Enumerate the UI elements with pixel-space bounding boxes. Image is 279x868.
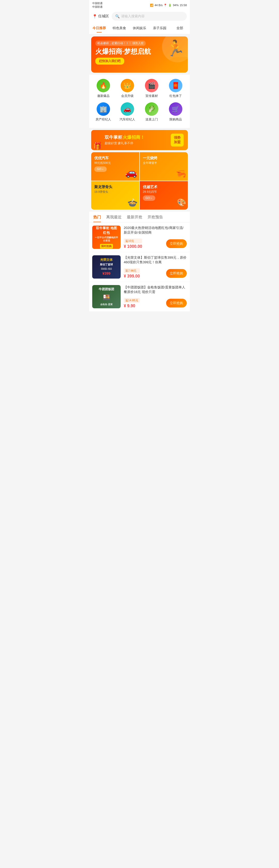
nav-tab-today[interactable]: 今日推荐 bbox=[89, 25, 109, 32]
product-bottom-3: 返14.85元 ¥ 9.90 立即抢购 bbox=[124, 298, 187, 308]
delivery-label: 送菜上门 bbox=[146, 117, 158, 122]
icon-item-delivery[interactable]: 🥬 送菜上门 bbox=[141, 102, 162, 122]
icon-item-car-agent[interactable]: 🚗 汽车经纪人 bbox=[117, 102, 138, 122]
price-area-1: 返10元 ¥ 1000.00 bbox=[124, 239, 142, 249]
member-label: 会员升级 bbox=[121, 94, 133, 98]
section-tab-new[interactable]: 最新开抢 bbox=[127, 215, 142, 222]
section-tab-hot[interactable]: 热门 bbox=[93, 215, 101, 222]
nav-tab-leisure[interactable]: 休闲娱乐 bbox=[129, 25, 150, 32]
promo-title-line: 双牛掌柜 火爆招商！ bbox=[104, 134, 145, 140]
promo-material-label: 宣传素材 bbox=[146, 94, 158, 98]
nav-tab-kids[interactable]: 亲子乐园 bbox=[150, 25, 170, 32]
product-title-3: 【牛团团饭团】金枪鱼饭团/蛋黄饭团单人餐原价16元 现价只需 bbox=[124, 285, 187, 294]
search-icon: 🔍 bbox=[115, 14, 120, 18]
redpacket-icon: 🧧 bbox=[169, 79, 182, 92]
icon-row-2: 🏢 房产经纪人 🚗 汽车经纪人 🥬 送菜上门 🛒 限购商品 bbox=[91, 102, 188, 122]
car-image-icon: 🚗 bbox=[125, 167, 137, 178]
car-agent-label: 汽车经纪人 bbox=[120, 117, 135, 122]
time-display: 15:58 bbox=[180, 4, 187, 7]
product-card-bone[interactable]: 聚龙犟骨头 19.9犟骨头 🍲 bbox=[91, 181, 139, 210]
promo-text: 双牛掌柜 火爆招商！ 超级好货 豪礼享不停 bbox=[104, 134, 145, 146]
search-placeholder: 请输入搜索内容 bbox=[121, 14, 145, 19]
icon-item-new[interactable]: 🔥 邀新爆品 bbox=[93, 79, 114, 98]
list-item: 牛团团饭团 🍱 金枪鱼·蛋黄 【牛团团饭团】金枪鱼饭团/蛋黄饭团单人餐原价16元… bbox=[89, 282, 190, 312]
banner-tag: 机会难得，赶紧行动！！！ 强势入驻 bbox=[95, 40, 146, 46]
promo-badge: 强势 加盟 bbox=[171, 133, 184, 147]
new-product-icon: 🔥 bbox=[97, 79, 110, 92]
member-icon: 👑 bbox=[121, 79, 134, 92]
card-car-title: 优优汽车 bbox=[94, 156, 136, 160]
car-agent-icon: 🚗 bbox=[121, 102, 134, 116]
search-bar[interactable]: 🔍 请输入搜索内容 bbox=[112, 12, 187, 21]
rebate-badge-3: 返14.85元 bbox=[124, 298, 140, 303]
location-icon: 📍 bbox=[92, 14, 97, 19]
battery-level: 94% bbox=[173, 4, 179, 7]
banner-button[interactable]: 赶快加入我们吧 bbox=[95, 58, 124, 65]
promo-title-part2: 火爆招商！ bbox=[123, 134, 145, 140]
promo-banner[interactable]: 🎁 双牛掌柜 火爆招商！ 超级好货 豪礼享不停 强势 加盟 bbox=[91, 130, 188, 150]
card-car-btn[interactable]: GO＞ bbox=[94, 166, 107, 172]
rebate-badge-2: 返7.98元 bbox=[124, 268, 140, 273]
icon-item-realestate[interactable]: 🏢 房产经纪人 bbox=[93, 102, 114, 122]
section-tab-nearby[interactable]: 离我最近 bbox=[106, 215, 122, 222]
promo-subtitle: 超级好货 豪礼享不停 bbox=[104, 141, 145, 146]
icon-item-member[interactable]: 👑 会员升级 bbox=[117, 79, 138, 98]
product-title-1: 2020最火热营销活动地图红包/商家引流/新店开业/全国招商 bbox=[124, 225, 187, 235]
product-list-info-3: 【牛团团饭团】金枪鱼饭团/蛋黄饭团单人餐原价16元 现价只需 返14.85元 ¥… bbox=[124, 285, 187, 308]
section-tab-preview[interactable]: 开抢预告 bbox=[148, 215, 163, 222]
bone-image-icon: 🍲 bbox=[127, 198, 138, 208]
nav-tab-food[interactable]: 特色美食 bbox=[109, 25, 129, 32]
card-bbq-title: 一元烧烤 bbox=[143, 156, 185, 160]
card-bone-title: 聚龙犟骨头 bbox=[94, 185, 136, 189]
location-button[interactable]: 📍 任城区 bbox=[92, 14, 109, 19]
price-area-3: 返14.85元 ¥ 9.90 bbox=[124, 298, 140, 308]
card-art-btn[interactable]: GO＞ bbox=[143, 195, 155, 201]
icon-item-limited[interactable]: 🛒 限购商品 bbox=[165, 102, 186, 122]
price-1: ¥ 1000.00 bbox=[124, 244, 142, 249]
list-item: 光荣文体 斯伯丁篮球 RMB 460 ¥399 【光荣文体】斯伯丁篮球仅售399… bbox=[89, 252, 190, 282]
icon-item-redpacket[interactable]: 🧧 红包来了 bbox=[165, 79, 186, 98]
card-bbq-desc: 全年啤酒半 bbox=[143, 161, 185, 165]
section-tabs: 热门 离我最近 最新开抢 开抢预告 bbox=[89, 212, 190, 222]
product-bottom-1: 返10元 ¥ 1000.00 立即抢购 bbox=[124, 239, 187, 249]
product-list: 双牛掌柜 地图红包 一切平台代理赚钱的平台首选 限时抢购 2020最火热营销活动… bbox=[89, 222, 190, 312]
battery-icon: 🔋 bbox=[168, 4, 172, 7]
promo-deco-left: 🎁 bbox=[93, 142, 102, 150]
icon-row-1: 🔥 邀新爆品 👑 会员升级 🎬 宣传素材 🧧 红包来了 bbox=[91, 79, 188, 98]
carrier-info: 中国联通 中国联通 bbox=[92, 2, 102, 9]
status-right: 📶 44 B/s 📍 🔋 94% 15:58 bbox=[150, 4, 187, 7]
buy-button-2[interactable]: 立即抢购 bbox=[166, 269, 187, 278]
bbq-image-icon: 🦐 bbox=[176, 169, 186, 179]
product-list-img-3: 牛团团饭团 🍱 金枪鱼·蛋黄 bbox=[92, 285, 121, 308]
price-area-2: 返7.98元 ¥ 399.00 bbox=[124, 268, 140, 279]
product-card-bbq[interactable]: 一元烧烤 全年啤酒半 🦐 bbox=[140, 152, 188, 181]
product-card-car[interactable]: 优优汽车 99元抵500元 GO＞ 🚗 bbox=[91, 152, 139, 181]
rebate-badge-1: 返10元 bbox=[124, 239, 142, 243]
redpacket-label: 红包来了 bbox=[169, 94, 182, 98]
promo-title-part1: 双牛掌柜 bbox=[104, 134, 122, 140]
location-status-icon: 📍 bbox=[163, 4, 167, 7]
card-art-desc: 29.9元四节 bbox=[143, 190, 185, 194]
banner-title: 火爆招商·梦想启航 bbox=[95, 48, 184, 56]
icon-item-promo[interactable]: 🎬 宣传素材 bbox=[141, 79, 162, 98]
realestate-label: 房产经纪人 bbox=[96, 117, 111, 122]
header: 📍 任城区 🔍 请输入搜索内容 bbox=[89, 10, 190, 23]
buy-button-3[interactable]: 立即抢购 bbox=[166, 299, 187, 308]
promo-material-icon: 🎬 bbox=[145, 79, 158, 92]
product-list-info-2: 【光荣文体】斯伯丁篮球仅售399元，原价460现价只售399元！你离 返7.98… bbox=[124, 255, 187, 279]
realestate-icon: 🏢 bbox=[97, 102, 110, 116]
nav-tab-all[interactable]: 全部 bbox=[170, 25, 190, 32]
list-item: 双牛掌柜 地图红包 一切平台代理赚钱的平台首选 限时抢购 2020最火热营销活动… bbox=[89, 222, 190, 252]
nav-tabs: 今日推荐 特色美食 休闲娱乐 亲子乐园 全部 bbox=[89, 23, 190, 34]
card-car-desc: 99元抵500元 bbox=[94, 161, 136, 165]
product-title-2: 【光荣文体】斯伯丁篮球仅售399元，原价460现价只售399元！你离 bbox=[124, 255, 187, 265]
signal-icon: 📶 bbox=[150, 4, 153, 7]
main-banner[interactable]: 机会难得，赶紧行动！！！ 强势入驻 火爆招商·梦想启航 赶快加入我们吧 🏃 bbox=[91, 36, 188, 72]
limited-icon: 🛒 bbox=[169, 102, 182, 116]
buy-button-1[interactable]: 立即抢购 bbox=[166, 239, 187, 248]
product-bottom-2: 返7.98元 ¥ 399.00 立即抢购 bbox=[124, 268, 187, 279]
product-card-art[interactable]: 优越艺术 29.9元四节 GO＞ 🎨 bbox=[140, 181, 188, 210]
new-product-label: 邀新爆品 bbox=[97, 94, 110, 98]
price-3: ¥ 9.90 bbox=[124, 304, 140, 308]
limited-label: 限购商品 bbox=[169, 117, 182, 122]
